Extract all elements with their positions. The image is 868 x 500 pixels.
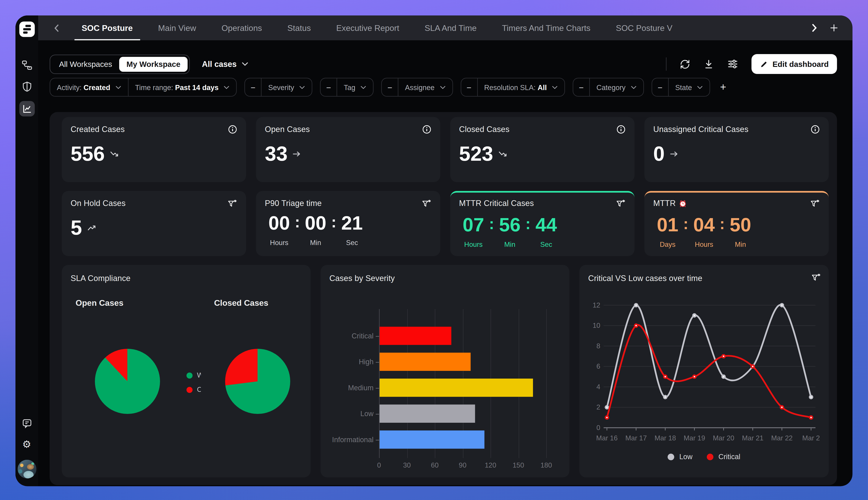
filter-chip-state[interactable]: − State bbox=[651, 78, 710, 97]
display-settings-button[interactable] bbox=[727, 58, 738, 69]
filter-applied-icon[interactable] bbox=[421, 199, 431, 208]
severity-x-tick-label: 120 bbox=[482, 462, 499, 469]
filter-chip-activity-timerange[interactable]: Activity: Created Time range: Past 14 da… bbox=[50, 78, 237, 97]
user-avatar[interactable] bbox=[18, 460, 36, 479]
overtime-y-tick-label: 2 bbox=[597, 403, 600, 411]
tab-main-view[interactable]: Main View bbox=[146, 15, 209, 41]
info-icon[interactable] bbox=[616, 125, 626, 134]
tab-executive-report[interactable]: Executive Report bbox=[324, 15, 412, 41]
remove-filter-button[interactable]: − bbox=[652, 78, 669, 96]
tag-filter[interactable]: Tag bbox=[337, 78, 373, 96]
sidebar-item-dashboards[interactable] bbox=[19, 101, 34, 116]
chevron-down-icon bbox=[360, 85, 367, 89]
trending-down-icon bbox=[498, 150, 507, 158]
remove-filter-button[interactable]: − bbox=[574, 78, 590, 96]
tabs-scroll-right-button[interactable] bbox=[810, 23, 819, 33]
timer-separator: : bbox=[330, 213, 338, 232]
tab-sla-and-time[interactable]: SLA And Time bbox=[412, 15, 489, 41]
overtime-y-tick-label: 6 bbox=[597, 363, 600, 370]
filter-applied-icon[interactable] bbox=[810, 199, 820, 208]
tab-timers-and-time-charts[interactable]: Timers And Time Charts bbox=[489, 15, 603, 41]
tabs-scroll-left-button[interactable] bbox=[53, 15, 61, 41]
logo-bar bbox=[25, 25, 31, 27]
tab-soc-posture-v[interactable]: SOC Posture V bbox=[603, 15, 685, 41]
overtime-y-tick-label: 8 bbox=[597, 342, 600, 350]
severity-x-tick-label: 90 bbox=[454, 462, 471, 469]
sla-legend: Wi Ov bbox=[186, 372, 201, 394]
filter-chip-assignee[interactable]: − Assignee bbox=[381, 78, 453, 97]
all-workspaces-option[interactable]: All Workspaces bbox=[52, 57, 119, 71]
card-title: On Hold Cases bbox=[71, 199, 126, 207]
timer-minutes-value: 50 bbox=[726, 215, 755, 234]
filter-label: Severity bbox=[268, 83, 294, 91]
tab-operations[interactable]: Operations bbox=[209, 15, 275, 41]
severity-bar bbox=[380, 405, 475, 423]
activity-filter[interactable]: Activity: Created bbox=[50, 78, 128, 96]
remove-filter-button[interactable]: − bbox=[382, 78, 398, 96]
add-filter-button[interactable]: + bbox=[718, 81, 729, 93]
severity-category-label: Informational bbox=[321, 435, 374, 443]
severity-x-tick-label: 0 bbox=[370, 462, 388, 469]
filter-chip-category[interactable]: − Category bbox=[573, 78, 644, 97]
timer-hours-value: 07 bbox=[459, 215, 488, 234]
chevron-down-icon bbox=[552, 85, 558, 89]
refresh-button[interactable] bbox=[680, 59, 690, 69]
state-filter[interactable]: State bbox=[669, 78, 709, 96]
critical-vs-low-card: Critical VS Low cases over time 02468101… bbox=[579, 265, 829, 477]
overtime-point-center bbox=[635, 325, 637, 327]
sidebar-item-workflows[interactable] bbox=[19, 57, 34, 73]
filters-row: Activity: Created Time range: Past 14 da… bbox=[50, 78, 729, 97]
sidebar-item-security[interactable] bbox=[19, 79, 34, 94]
cases-dropdown[interactable]: All cases bbox=[202, 60, 248, 68]
timer-separator: : bbox=[293, 213, 301, 232]
timer-unit-label: Hours bbox=[265, 239, 293, 247]
severity-filter[interactable]: Severity bbox=[262, 78, 312, 96]
severity-bar bbox=[380, 431, 485, 449]
filter-applied-icon[interactable] bbox=[227, 199, 237, 208]
logo-bar bbox=[23, 28, 31, 31]
filter-chip-resolution-sla[interactable]: − Resolution SLA: All bbox=[460, 78, 565, 97]
card-title: MTTR bbox=[653, 199, 676, 207]
download-button[interactable] bbox=[704, 59, 714, 69]
edit-dashboard-button[interactable]: Edit dashboard bbox=[751, 54, 837, 74]
chevron-down-icon bbox=[697, 85, 703, 89]
overtime-y-tick-label: 0 bbox=[597, 424, 600, 432]
info-icon[interactable] bbox=[422, 125, 432, 134]
overtime-y-tick-label: 4 bbox=[597, 383, 600, 391]
remove-filter-button[interactable]: − bbox=[321, 78, 337, 96]
overtime-y-tick-label: 12 bbox=[593, 301, 600, 309]
workspace-toggle: All Workspaces My Workspace bbox=[50, 54, 190, 74]
timer-unit-label: Hours bbox=[690, 241, 718, 248]
add-tab-button[interactable] bbox=[830, 24, 838, 32]
tab-status[interactable]: Status bbox=[275, 15, 324, 41]
remove-filter-button[interactable]: − bbox=[245, 78, 262, 96]
severity-x-tick-label: 60 bbox=[426, 462, 443, 469]
timer-seconds-value: 44 bbox=[532, 215, 560, 234]
filter-chip-tag[interactable]: − Tag bbox=[320, 78, 373, 97]
category-filter[interactable]: Category bbox=[590, 78, 643, 96]
info-icon[interactable] bbox=[811, 125, 820, 134]
sidebar-item-feedback[interactable] bbox=[19, 416, 34, 431]
app-logo[interactable] bbox=[19, 22, 34, 37]
overtime-point-center bbox=[723, 356, 724, 357]
timer-unit-label: Sec bbox=[338, 239, 366, 247]
unassigned-critical-cases-card: Unassigned Critical Cases 0 bbox=[645, 117, 829, 182]
overtime-point-center bbox=[664, 376, 666, 377]
assignee-filter[interactable]: Assignee bbox=[398, 78, 452, 96]
remove-filter-button[interactable]: − bbox=[461, 78, 477, 96]
timerange-filter[interactable]: Time range: Past 14 days bbox=[128, 78, 236, 96]
legend-dot bbox=[668, 453, 674, 460]
overtime-svg: 024681012Mar 16Mar 17Mar 18Mar 19Mar 20M… bbox=[579, 265, 829, 447]
created-cases-card: Created Cases 556 bbox=[62, 117, 246, 182]
resolution-sla-filter[interactable]: Resolution SLA: All bbox=[477, 78, 565, 96]
filter-applied-icon[interactable] bbox=[616, 199, 626, 208]
filter-chip-severity[interactable]: − Severity bbox=[244, 78, 312, 97]
info-icon[interactable] bbox=[228, 125, 238, 134]
sidebar-item-settings[interactable]: ⚙ bbox=[19, 437, 34, 452]
timer-days-value: 01 bbox=[653, 215, 682, 234]
timer-unit-label: Sec bbox=[532, 241, 560, 248]
overtime-point-center bbox=[810, 397, 812, 398]
my-workspace-option[interactable]: My Workspace bbox=[119, 57, 188, 71]
tab-soc-posture[interactable]: SOC Posture bbox=[69, 15, 146, 41]
severity-x-tick-label: 180 bbox=[537, 462, 555, 469]
